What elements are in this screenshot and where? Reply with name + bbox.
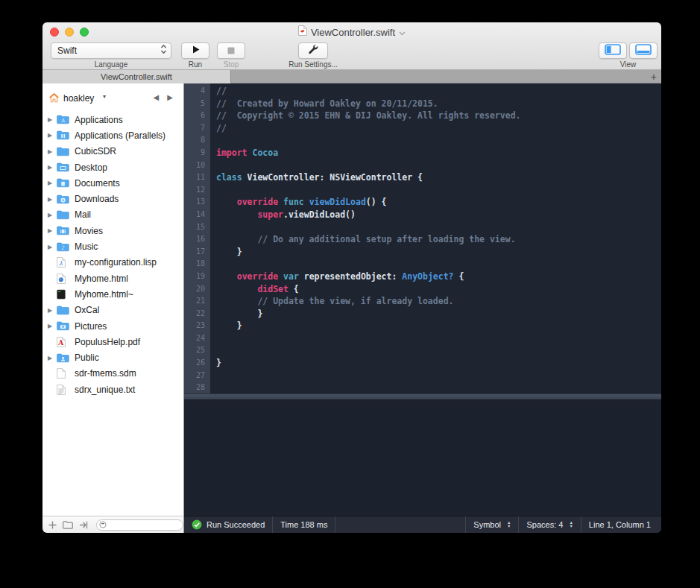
list-item[interactable]: Myhome.html~	[42, 286, 183, 302]
list-item[interactable]: ▶Downloads	[42, 191, 183, 206]
list-item[interactable]: ▶Public	[42, 350, 183, 365]
disclosure-triangle-icon[interactable]: ▶	[46, 227, 54, 234]
disclosure-triangle-icon[interactable]: ▶	[46, 180, 54, 186]
code-line[interactable]: }	[216, 357, 661, 370]
code-line[interactable]	[216, 370, 661, 382]
run-button[interactable]	[181, 42, 209, 59]
disclosure-triangle-icon[interactable]: ▶	[46, 116, 54, 123]
back-button[interactable]: ◀	[154, 93, 160, 101]
code-line[interactable]: }	[216, 320, 661, 332]
wrench-icon	[308, 44, 318, 57]
symbol-selector[interactable]: Symbol ▲▼	[465, 516, 518, 533]
file-list: ▶AApplications▶Applications (Parallels)▶…	[42, 112, 183, 397]
disclosure-triangle-icon[interactable]: ▶	[46, 148, 54, 155]
spaces-selector[interactable]: Spaces: 4 ▲▼	[518, 516, 580, 533]
code-line[interactable]	[216, 134, 661, 147]
code-line[interactable]: // Copyright © 2015 EHN & DIJ Oakley. Al…	[216, 110, 661, 122]
disclosure-triangle-icon[interactable]: ▶	[46, 212, 54, 218]
tab-viewcontroller[interactable]: ViewController.swift	[42, 70, 231, 83]
view-group: View	[599, 42, 658, 69]
code-line[interactable]: didSet {	[216, 283, 661, 296]
language-select[interactable]: Swift	[51, 42, 171, 59]
titlebar[interactable]: ViewController.swift	[42, 22, 661, 42]
document-proxy-icon[interactable]	[298, 25, 307, 39]
cursor-position[interactable]: Line 1, Column 1	[581, 516, 661, 533]
language-group: Swift Language	[51, 42, 171, 69]
toggle-sidebar-button[interactable]	[599, 42, 627, 59]
list-item[interactable]: ▶OxCal	[42, 303, 183, 318]
location-popup[interactable]: hoakley	[63, 93, 94, 104]
code-line[interactable]	[216, 344, 661, 357]
reveal-in-finder-button[interactable]	[79, 521, 89, 529]
code-line[interactable]: import Cocoa	[216, 147, 661, 159]
run-settings-button[interactable]	[298, 42, 328, 59]
disclosure-triangle-icon[interactable]: ▶	[46, 307, 54, 314]
run-status-text: Run Succeeded	[206, 520, 265, 529]
list-item[interactable]: λmy-configuration.lisp	[42, 255, 183, 271]
list-item[interactable]: sdr-fmems.sdm	[42, 366, 183, 382]
title-chevron-down-icon[interactable]	[399, 25, 406, 39]
disclosure-triangle-icon[interactable]: ▶	[46, 132, 54, 139]
disclosure-triangle-icon[interactable]: ▶	[46, 164, 54, 171]
stop-button[interactable]	[217, 42, 245, 59]
svg-text:λ: λ	[59, 260, 63, 267]
list-item[interactable]: ▶AApplications	[42, 112, 183, 127]
run-label: Run	[189, 60, 202, 69]
list-item[interactable]: Myhome.html	[42, 271, 183, 286]
code-line[interactable]	[216, 159, 661, 172]
disclosure-triangle-icon[interactable]: ▶	[46, 323, 54, 329]
code-line[interactable]	[216, 184, 661, 197]
line-number: 7	[184, 122, 210, 135]
toggle-console-button[interactable]	[629, 42, 658, 59]
code-line[interactable]: override func viewDidLoad() {	[216, 196, 661, 209]
console-output-pane[interactable]	[184, 400, 661, 516]
disclosure-triangle-icon[interactable]: ▶	[46, 196, 54, 203]
add-tab-button[interactable]: +	[651, 70, 657, 83]
sort-arrows-icon: ▲▼	[507, 521, 511, 528]
code-line[interactable]: override var representedObject: AnyObjec…	[216, 271, 661, 283]
play-icon	[191, 44, 201, 57]
tab-bar: ViewController.swift +	[42, 70, 661, 83]
code-line[interactable]	[216, 258, 661, 271]
list-item[interactable]: sdrx_unique.txt	[42, 382, 183, 397]
forward-button[interactable]: ▶	[167, 93, 173, 101]
line-number: 27	[184, 370, 210, 382]
new-folder-button[interactable]	[63, 521, 73, 529]
code-line[interactable]: super.viewDidLoad()	[216, 209, 661, 221]
status-bar: Run Succeeded Time 188 ms Symbol ▲▼ Spac…	[184, 516, 661, 533]
code-line[interactable]	[216, 332, 661, 345]
code-line[interactable]: //	[216, 85, 661, 98]
file-label: Mail	[75, 209, 91, 220]
code-line[interactable]	[216, 382, 661, 393]
code-line[interactable]: class ViewController: NSViewController {	[216, 171, 661, 184]
view-label: View	[620, 60, 637, 69]
code-line[interactable]: // Update the view, if already loaded.	[216, 295, 661, 308]
line-number: 9	[184, 147, 210, 159]
code-line[interactable]: // Created by Howard Oakley on 20/11/201…	[216, 98, 661, 110]
list-item[interactable]: ▶Documents	[42, 175, 183, 191]
list-item[interactable]: ▶Mail	[42, 207, 183, 223]
list-item[interactable]: ▶Applications (Parallels)	[42, 127, 183, 143]
code-line[interactable]: }	[216, 246, 661, 259]
filter-field[interactable]	[96, 519, 183, 531]
code-line[interactable]: // Do any additional setup after loading…	[216, 233, 661, 246]
code-line[interactable]: //	[216, 122, 661, 135]
disclosure-triangle-icon[interactable]: ▶	[46, 355, 54, 361]
list-item[interactable]: ▶Desktop	[42, 159, 183, 175]
code-line[interactable]	[216, 221, 661, 234]
editor-console-splitter[interactable]	[184, 393, 661, 400]
disclosure-triangle-icon[interactable]: ▶	[46, 244, 54, 250]
code-area[interactable]: 4567891011121314151617181920212223242526…	[184, 83, 661, 393]
new-file-button[interactable]	[48, 521, 57, 529]
list-item[interactable]: ▶Pictures	[42, 318, 183, 334]
list-item[interactable]: ▶♪Music	[42, 238, 183, 254]
code-lines[interactable]: //// Created by Howard Oakley on 20/11/2…	[210, 83, 661, 393]
code-line[interactable]: }	[216, 308, 661, 320]
list-item[interactable]: APopulusHelp.pdf	[42, 334, 183, 350]
file-backup-icon	[57, 288, 70, 300]
symbol-text: Symbol	[473, 520, 501, 529]
line-number: 26	[184, 357, 210, 370]
file-label: sdr-fmems.sdm	[75, 368, 136, 379]
list-item[interactable]: ▶CubicSDR	[42, 144, 183, 159]
list-item[interactable]: ▶Movies	[42, 223, 183, 238]
